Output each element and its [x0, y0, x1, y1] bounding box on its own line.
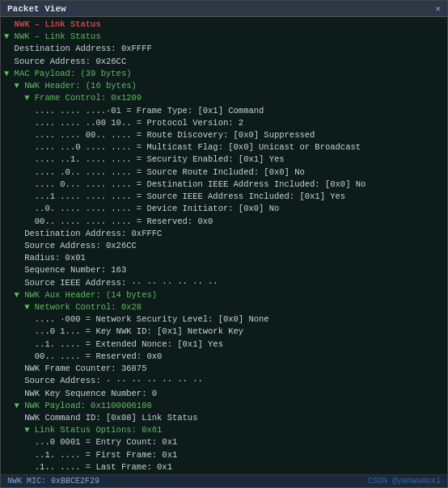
tree-line: .... ..1. .... .... = Security Enabled: … [4, 154, 444, 166]
nwk-subtitle: NWK – Link Status [4, 19, 444, 31]
tree-line: Source Address: 0x26CC [4, 56, 444, 68]
packet-content[interactable]: NWK – Link Status▼ NWK – Link Status Des… [1, 17, 447, 474]
tree-line: .... ...0 .... .... = Multicast Flag: [0… [4, 141, 444, 154]
tree-line: 00.. .... .... .... = Reserved: 0x0 [4, 216, 444, 228]
tree-line: Radius: 0x01 [4, 252, 444, 264]
tree-line: ..1. .... = First Frame: 0x1 [4, 449, 444, 461]
tree-line: ..0. .... .... .... = Device Initiator: … [4, 203, 444, 215]
tree-line: ▼ NWK Header: (16 bytes) [4, 80, 444, 92]
tree-line: .... .0.. .... .... = Source Route Inclu… [4, 166, 444, 179]
tree-line: ...1 .... .... .... = Source IEEE Addres… [4, 191, 444, 203]
tree-line: NWK Frame Counter: 36875 [4, 363, 444, 375]
tree-line: ...0 0001 = Entry Count: 0x1 [4, 436, 444, 448]
tree-line: ▼ Network Control: 0x28 [4, 301, 444, 313]
tree-line: NWK Command ID: [0x08] Link Status [4, 412, 444, 424]
tree-line: NWK Key Sequence Number: 0 [4, 388, 444, 400]
tree-line: ▼ Link Status Options: 0x61 [4, 424, 444, 436]
tree-line: ...0 1... = Key NWK ID: [0x1] Network Ke… [4, 326, 444, 338]
tree-line: Destination Address: 0xFFFF [4, 43, 444, 55]
tree-line: .1.. .... = Last Frame: 0x1 [4, 461, 444, 473]
tree-line: Source Address: · ·· ·· ·· ·· ·· ·· [4, 375, 444, 387]
tree-line: .... .... 00.. .... = Route Discovery: [… [4, 129, 444, 141]
tree-line: .... 0... .... .... = Destination IEEE A… [4, 179, 444, 191]
tree-line: .... ·000 = Network Security Level: [0x0… [4, 313, 444, 326]
tree-line: ▼ Frame Control: 0x1209 [4, 92, 444, 104]
packet-view-panel: Packet View ✕ NWK – Link Status▼ NWK – L… [0, 0, 448, 488]
bottom-bar: NWK MIC: 0xBBCE2F29 CSDN @yanwumuxi [1, 474, 447, 487]
tree-line: .... .... ..00 10.. = Protocol Version: … [4, 117, 444, 129]
tree-line: ▼ NWK – Link Status [4, 31, 444, 43]
tree-line: ▼ NWK Aux Header: (14 bytes) [4, 289, 444, 301]
tree-line: .... .... ....·01 = Frame Type: [0x1] Co… [4, 105, 444, 117]
tree-line: ▼ NWK Payload: 0x1100006108 [4, 400, 444, 412]
mic-value: NWK MIC: 0xBBCE2F29 [7, 477, 99, 486]
watermark: CSDN @yanwumuxi [368, 477, 441, 486]
tree-line: 00.. .... = Reserved: 0x0 [4, 351, 444, 363]
tree-line: ▼ MAC Payload: (39 bytes) [4, 68, 444, 80]
tree-line: Sequence Number: 163 [4, 264, 444, 276]
tree-line: Destination Address: 0xFFFC [4, 228, 444, 240]
panel-close-icon[interactable]: ✕ [435, 3, 441, 14]
tree-line: Source Address: 0x26CC [4, 240, 444, 252]
tree-line: Source IEEE Address: ·· ·· ·· ·· ·· ·· [4, 277, 444, 289]
tree-line: ..1. .... = Extended Nonce: [0x1] Yes [4, 339, 444, 351]
panel-title-text: Packet View [7, 4, 66, 14]
panel-title: Packet View ✕ [1, 1, 447, 17]
